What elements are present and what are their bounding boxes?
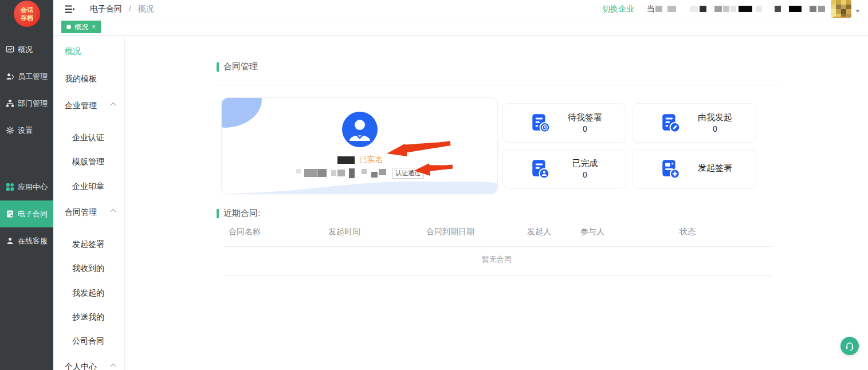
sidebar-item-employees[interactable]: 员工管理 xyxy=(0,63,53,90)
customer-service-icon xyxy=(6,237,14,245)
stat-card-initiated-by-me[interactable]: 由我发起 0 xyxy=(633,103,756,143)
sidebar-item-label: 部门管理 xyxy=(18,99,48,109)
sidebar-item-label: 员工管理 xyxy=(18,72,48,82)
stat-card-awaiting-my-sign[interactable]: 待我签署 0 xyxy=(502,103,626,143)
breadcrumb-separator: / xyxy=(129,4,131,13)
tab-overview[interactable]: 概况 × xyxy=(61,21,101,33)
tab-active-dot xyxy=(66,25,71,29)
submenu-item-received[interactable]: 我收到的 xyxy=(53,256,124,280)
secondary-sidebar: 概况 我的模板 企业管理 企业认证 模版管理 企业印章 合同管理 发起签署 我收… xyxy=(53,36,125,370)
employees-icon xyxy=(6,72,14,81)
user-avatar[interactable] xyxy=(831,0,851,18)
sidebar-item-settings[interactable]: 设置 xyxy=(0,117,53,144)
submenu-item-enterprise-seal[interactable]: 企业印章 xyxy=(53,174,124,198)
avatar-dropdown-caret[interactable] xyxy=(855,10,860,13)
col-contract-name: 合同名称 xyxy=(229,227,261,237)
col-expiry-date: 合同到期日期 xyxy=(426,227,474,237)
customer-service-button[interactable] xyxy=(840,337,859,355)
decor-wave xyxy=(222,176,498,194)
settings-icon xyxy=(6,126,14,135)
tags-view-bar: 概况 × xyxy=(53,18,868,36)
cert-passed-badge: 认证通过 xyxy=(392,168,424,179)
collapse-menu-icon[interactable] xyxy=(65,5,75,14)
doc-edit-icon xyxy=(659,112,681,134)
tab-close-icon[interactable]: × xyxy=(92,23,96,31)
sidebar-item-online-service[interactable]: 在线客服 xyxy=(0,227,53,254)
sidebar-item-e-contract[interactable]: 电子合同 xyxy=(0,200,53,227)
doc-clock-icon xyxy=(529,112,551,134)
breadcrumb-overview: 概况 xyxy=(138,4,154,13)
submenu-item-enterprise-auth[interactable]: 企业认证 xyxy=(53,125,124,149)
sidebar-item-departments[interactable]: 部门管理 xyxy=(0,90,53,117)
logo-line1: 会话 xyxy=(14,6,40,14)
section-title-recent-contracts: 近期合同: xyxy=(217,208,260,219)
chevron-up-icon xyxy=(111,103,116,108)
submenu-item-contract-mgmt[interactable]: 合同管理 xyxy=(53,200,124,224)
col-initiate-time: 发起时间 xyxy=(328,227,360,237)
submenu-item-initiated[interactable]: 我发起的 xyxy=(53,281,124,305)
overview-icon xyxy=(6,45,14,54)
empty-state-text: 暂无合同 xyxy=(216,254,777,265)
chevron-up-icon xyxy=(111,364,116,369)
sidebar-item-app-center[interactable]: 应用中心 xyxy=(0,174,53,200)
doc-plus-icon xyxy=(659,158,681,180)
table-divider xyxy=(223,246,772,247)
submenu-item-overview[interactable]: 概况 xyxy=(53,39,124,63)
apps-icon xyxy=(6,183,14,191)
submenu-item-initiate-sign[interactable]: 发起签署 xyxy=(53,232,124,256)
submenu-item-my-templates[interactable]: 我的模板 xyxy=(53,66,124,90)
section-title-contract-mgmt: 合同管理 xyxy=(217,61,258,72)
profile-card: 已实名 认证通过 xyxy=(221,97,498,194)
contracts-table-header: 合同名称 发起时间 合同到期日期 发起人 参与人 状态 xyxy=(216,227,777,238)
switch-company-link[interactable]: 切换企业 xyxy=(602,4,634,14)
breadcrumb: 电子合同 / 概况 xyxy=(90,4,154,14)
chevron-up-icon xyxy=(111,209,116,215)
submenu-item-enterprise-mgmt[interactable]: 企业管理 xyxy=(53,93,124,117)
col-initiator: 发起人 xyxy=(527,227,551,237)
section-accent-bar xyxy=(217,62,219,72)
realname-badge: 已实名 xyxy=(359,155,383,164)
sidebar-item-label: 概况 xyxy=(18,45,33,55)
profile-company-row: 认证通过 xyxy=(222,168,498,178)
app-logo: 会话 存档 xyxy=(14,1,40,27)
sidebar-item-label: 应用中心 xyxy=(18,182,48,192)
sidebar-item-label: 电子合同 xyxy=(18,209,48,219)
top-header: 电子合同 / 概况 切换企业 当 xyxy=(53,0,868,18)
main-content: 合同管理 已实名 xyxy=(125,36,868,370)
section-accent-bar xyxy=(217,209,219,218)
primary-nav-lower: 应用中心 电子合同 在线客服 xyxy=(0,174,53,254)
departments-icon xyxy=(6,99,14,108)
stat-card-completed[interactable]: 已完成 0 xyxy=(502,149,626,188)
divider xyxy=(217,85,778,85)
sidebar-item-overview[interactable]: 概况 xyxy=(0,36,53,63)
redacted-name xyxy=(337,156,355,164)
stat-card-grid: 待我签署 0 由我发起 0 已完成 0 xyxy=(502,103,756,188)
current-company-prefix: 当 xyxy=(647,4,655,14)
sidebar-item-label: 在线客服 xyxy=(18,236,48,246)
tab-label: 概况 xyxy=(74,22,88,32)
profile-name-row: 已实名 xyxy=(222,155,498,164)
breadcrumb-e-contract[interactable]: 电子合同 xyxy=(90,4,122,13)
redacted-company-info xyxy=(655,5,825,13)
stat-card-initiate-signing[interactable]: 发起签署 xyxy=(633,149,756,188)
contract-icon xyxy=(6,210,14,218)
col-participants: 参与人 xyxy=(580,227,604,237)
table-divider xyxy=(223,275,772,276)
submenu-item-personal-center[interactable]: 个人中心 xyxy=(53,355,124,370)
submenu-item-template-mgmt[interactable]: 模版管理 xyxy=(53,149,124,174)
profile-avatar-icon xyxy=(342,112,378,147)
col-status: 状态 xyxy=(680,227,696,237)
doc-stamp-icon xyxy=(529,158,551,180)
sidebar-item-label: 设置 xyxy=(18,125,33,136)
primary-sidebar: 会话 存档 概况 员工管理 部门管理 设置 xyxy=(0,0,53,370)
header-right: 切换企业 当 xyxy=(602,0,868,18)
submenu-item-company-contracts[interactable]: 公司合同 xyxy=(53,329,124,353)
logo-line2: 存档 xyxy=(14,14,40,22)
redacted-company-name xyxy=(296,168,386,178)
primary-nav-top: 概况 员工管理 部门管理 设置 xyxy=(0,36,53,144)
decor-blob xyxy=(222,98,262,128)
submenu-item-cc-me[interactable]: 抄送我的 xyxy=(53,305,124,329)
